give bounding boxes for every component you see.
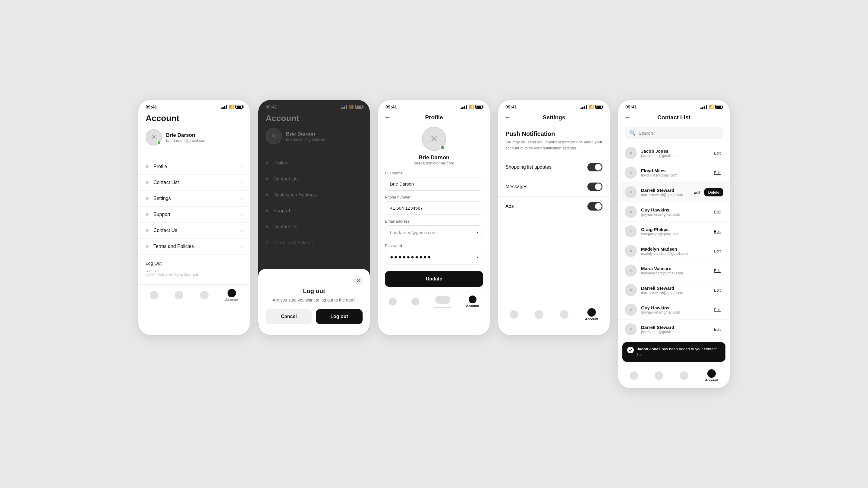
settings-tab-3[interactable] [560, 310, 568, 319]
modal-overlay: ✕ Log out Are you sure you want to log o… [258, 100, 370, 335]
profile-tab-item-account[interactable]: Account [466, 295, 479, 307]
update-button[interactable]: Update [385, 271, 483, 287]
chevron-icon: › [241, 244, 243, 249]
modal-subtitle: Are you sure you want to log out to the … [266, 298, 363, 302]
contact-edit-btn-7[interactable]: Edit [712, 287, 723, 294]
screen1-status-icons: 📶 [221, 104, 243, 109]
menu-item-contact-us[interactable]: Contact Us › [138, 223, 250, 238]
settings-toggle-shopping[interactable]: Shopping list updates [498, 158, 610, 177]
screen5-status-bar: 09:41 📶 [618, 100, 730, 111]
menu-item-terms[interactable]: Terms and Policies › [138, 238, 250, 255]
modal-cancel-button[interactable]: Cancel [266, 309, 312, 324]
contact-email-9: jacobjones@gmail.com [641, 330, 678, 334]
contact-name-6: Maria Vaccaro [641, 266, 683, 271]
tab-item-1[interactable] [150, 291, 158, 299]
contact-info-1: Floyd Miles floydmiles@gmail.com [641, 168, 677, 177]
settings-tab-label-account: Account [585, 317, 598, 321]
menu-label: Contact Us [153, 228, 241, 233]
contact-tab-dot-3 [680, 371, 688, 380]
settings-tab-bar: Account [498, 304, 610, 327]
screen4-status-bar: 09:41 📶 [498, 100, 610, 111]
toggle-shopping[interactable] [587, 163, 602, 171]
contact-name-1: Floyd Miles [641, 168, 677, 173]
contact-edit-btn-3[interactable]: Edit [712, 208, 723, 216]
battery-icon [715, 105, 722, 109]
full-name-label: Full Name [385, 171, 483, 175]
profile-avatar: ✕ [422, 127, 446, 151]
contact-edit-btn-2[interactable]: Edit [691, 189, 703, 196]
contact-delete-btn-2[interactable]: Delete [704, 188, 723, 196]
email-label: Email address [385, 219, 483, 224]
contact-name-9: Darrell Steward [641, 325, 678, 330]
contact-tab-3[interactable] [680, 371, 688, 380]
signal-icon [461, 105, 467, 109]
contact-avatar-4: ✕ [625, 225, 637, 237]
contact-edit-btn-5[interactable]: Edit [712, 248, 723, 255]
contact-edit-btn-9[interactable]: Edit [712, 326, 723, 333]
contact-list-back-button[interactable]: ← [624, 113, 631, 121]
chevron-icon: › [241, 228, 243, 233]
tab-item-account[interactable]: Account [225, 289, 239, 301]
contact-edit-btn-4[interactable]: Edit [712, 228, 723, 235]
toast-notification: Jacob Jones has been added to your conta… [622, 342, 725, 361]
contact-tab-dot-account [707, 369, 716, 378]
account-header: Account ✕ Brie Darson briedarson@gmail.c… [138, 111, 250, 159]
modal-close-button[interactable]: ✕ [354, 276, 363, 285]
contact-name-2: Darrell Steward [641, 188, 683, 193]
toggle-ads[interactable] [587, 202, 602, 210]
contact-edit-btn-1[interactable]: Edit [712, 169, 723, 176]
tab-item-2[interactable] [175, 291, 183, 299]
signal-icon [221, 105, 227, 109]
profile-tab-item-1[interactable] [389, 298, 397, 305]
screen1-time: 09:41 [146, 104, 157, 109]
contact-tab-1[interactable] [629, 371, 638, 380]
account-title: Account [146, 113, 243, 123]
email-input[interactable]: briedarson@gamil.com › [385, 225, 483, 239]
menu-item-settings[interactable]: Settings › [138, 191, 250, 207]
menu-label: Support [153, 212, 241, 217]
contact-edit-btn-0[interactable]: Edit [712, 150, 723, 157]
phone-input[interactable]: +1 604 1234567 [385, 201, 483, 215]
screen3-time: 09:41 [385, 104, 397, 109]
search-input[interactable] [639, 130, 718, 135]
menu-item-contact-list[interactable]: Contact List › [138, 175, 250, 191]
back-button[interactable]: ← [384, 113, 391, 121]
full-name-input[interactable]: Brie Darson [385, 177, 483, 191]
profile-email: briedarson@gmail.com [378, 161, 490, 165]
contact-edit-btn-8[interactable]: Edit [712, 306, 723, 313]
logout-link[interactable]: Log Out [138, 255, 250, 268]
settings-toggle-messages[interactable]: Messages [498, 177, 610, 197]
contact-search-bar: 🔍 [625, 127, 723, 139]
account-menu: Profile › Contact List › Settings › Supp… [138, 159, 250, 255]
settings-tab-spacer [498, 216, 610, 301]
tab-bar: Account [138, 284, 250, 307]
contact-edit-btn-6[interactable]: Edit [712, 267, 723, 274]
settings-content: Push Notification We may still send you … [498, 124, 610, 216]
contact-tab-account[interactable]: Account [705, 369, 718, 382]
password-input[interactable]: ●●●●●●●●●● › [385, 250, 483, 264]
menu-item-support[interactable]: Support › [138, 207, 250, 223]
settings-tab-1[interactable] [510, 310, 518, 319]
modal-logout-button[interactable]: Log out [316, 309, 363, 324]
menu-item-profile[interactable]: Profile › [138, 159, 250, 175]
chevron-icon: › [241, 196, 243, 201]
screen4-time: 09:41 [505, 104, 517, 109]
profile-tab-item-2[interactable] [411, 298, 419, 305]
contact-item-2: ✕ Darrell Steward darrelsteward@gmail.co… [618, 183, 730, 202]
profile-tab-item-3[interactable]: __________ [434, 296, 451, 307]
contact-tab-label-account: Account [705, 378, 718, 382]
settings-back-button[interactable]: ← [504, 113, 511, 121]
toggle-messages[interactable] [587, 183, 602, 191]
tab-item-3[interactable] [200, 291, 209, 299]
contact-email-4: craigphilips@gmail.com [641, 232, 679, 236]
phone-field: Phone number +1 604 1234567 [378, 195, 490, 219]
settings-tab-account[interactable]: Account [585, 308, 598, 321]
profile-tab-bar: __________ Account [378, 292, 490, 313]
settings-tab-2[interactable] [535, 310, 543, 319]
profile-name: Brie Darson [378, 155, 490, 161]
settings-toggle-ads[interactable]: Ads [498, 197, 610, 216]
contact-avatar-7: ✕ [625, 284, 637, 296]
user-info: Brie Darson briedarson@gmail.com [166, 132, 207, 143]
contact-name-5: Madelyn Madsen [641, 247, 688, 252]
contact-tab-2[interactable] [655, 371, 663, 380]
